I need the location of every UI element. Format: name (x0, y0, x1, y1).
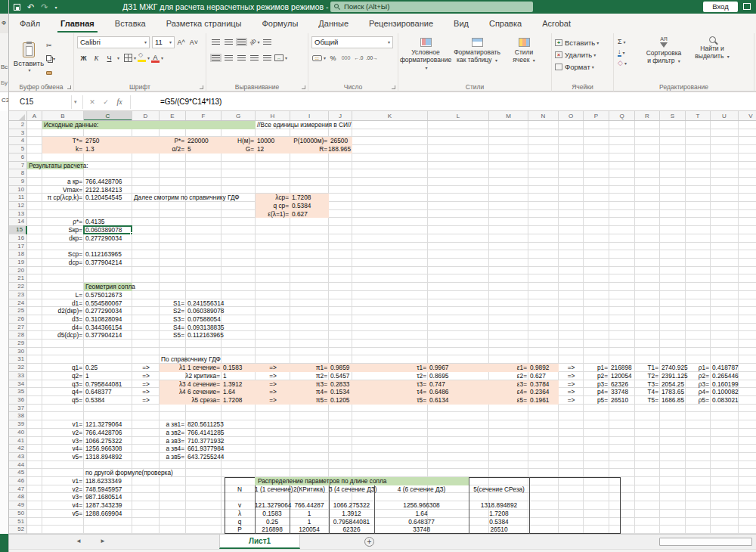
align-bottom-button[interactable] (236, 36, 247, 48)
column-header-V[interactable]: V (739, 111, 756, 121)
add-sheet-icon[interactable]: + (364, 537, 374, 547)
increase-decimal-button[interactable]: ←.0 (353, 52, 364, 64)
column-header-G[interactable]: G (222, 111, 256, 121)
cell-F40[interactable]: 766.4141285 (187, 429, 224, 437)
cell-B10[interactable]: Vmax= (9, 186, 82, 194)
cell-U36[interactable]: 0.083021 (712, 396, 739, 405)
cell-J5[interactable]: 188.965 (246, 145, 351, 154)
row-header-38[interactable]: 38 (9, 412, 27, 420)
cell-C47[interactable]: 748.5945957 (85, 485, 122, 494)
cell-C19[interactable]: 0.377904214 (85, 259, 122, 267)
selected-cell-outline[interactable] (83, 225, 132, 234)
parameter-table-value[interactable]: 216898 (255, 526, 290, 534)
parameter-table-header-4[interactable]: 4 (6 сечение ДЗ) (374, 485, 469, 494)
row-header-45[interactable]: 45 (9, 469, 27, 477)
percent-button[interactable]: % (327, 52, 339, 64)
cell-I4[interactable]: P(10000м)= (207, 137, 327, 145)
cell-I13[interactable]: 0.627 (292, 210, 308, 219)
cell-styles-button[interactable]: Стили ячеек ▾ (504, 38, 544, 82)
grow-font-button[interactable]: А^ (175, 36, 187, 48)
cell-B14[interactable]: ρ*= (9, 218, 82, 226)
column-header-C[interactable]: C (84, 111, 132, 121)
parameter-table-row-label-λ[interactable]: λ (225, 510, 255, 518)
cell-F28[interactable]: 0.112163965 (187, 331, 224, 340)
autosum-button[interactable]: Σ▾ (618, 36, 639, 47)
cell-B42[interactable]: v4= (9, 445, 82, 453)
column-header-L[interactable]: L (428, 111, 489, 121)
fill-button[interactable]: ↓▾ (618, 47, 639, 57)
paste-button[interactable]: Вставить▾ (12, 36, 45, 79)
row-header-17[interactable]: 17 (9, 243, 27, 251)
column-header-H[interactable]: H (256, 111, 290, 121)
cell-T34[interactable]: ρ3= (603, 380, 709, 389)
row-header-13[interactable]: 13 (9, 210, 27, 219)
row-header-8[interactable]: 8 (9, 169, 27, 178)
parameter-table-header-2[interactable]: 2(КРитика) (290, 485, 329, 494)
cell-K36[interactable]: τ5= (269, 396, 426, 405)
tab-page-layout[interactable]: Разметка страницы (166, 19, 242, 28)
cell-F26[interactable]: 0.07588054 (187, 315, 221, 324)
column-header-N[interactable]: N (528, 111, 559, 121)
parameter-table-header-1[interactable]: 1 (1 сечение) (255, 485, 290, 494)
cell-F34[interactable]: λ3 4 сечение= (103, 380, 220, 389)
row-header-3[interactable]: 3 (9, 129, 27, 138)
parameter-table-header-0[interactable]: N (225, 485, 255, 494)
font-dialog-launcher-icon[interactable] (200, 85, 203, 89)
cell-E26[interactable]: S3= (76, 315, 184, 324)
cell-B18[interactable]: Sср= (9, 250, 82, 259)
tab-insert[interactable]: Вставка (115, 19, 146, 28)
cell-I12[interactable]: 0.5384 (292, 202, 311, 210)
row-header-44[interactable]: 44 (9, 461, 27, 470)
row-header-31[interactable]: 31 (9, 355, 27, 364)
parameter-table-value[interactable]: 26510 (469, 526, 529, 534)
cell-C45[interactable]: по другой формуле(проверка) (85, 469, 173, 477)
column-header-M[interactable]: M (489, 111, 528, 121)
borders-button[interactable]: ▾ (124, 52, 136, 64)
cell-E28[interactable]: S5= (76, 331, 184, 340)
cell-E43[interactable]: а зв5= (76, 453, 184, 461)
cell-K34[interactable]: τ3= (269, 380, 426, 389)
decrease-indent-button[interactable] (249, 52, 260, 64)
font-color-button[interactable]: А▾ (151, 52, 163, 64)
tab-review[interactable]: Рецензирование (369, 19, 433, 28)
italic-button[interactable]: К (91, 52, 102, 64)
tab-data[interactable]: Данные (318, 19, 349, 28)
cell-E27[interactable]: S4= (76, 324, 184, 332)
cell-E40[interactable]: а зв2= (76, 429, 184, 437)
cell-C33[interactable]: 1 (85, 372, 89, 380)
cut-button[interactable]: ✂ (46, 40, 72, 51)
cell-E42[interactable]: а зв4= (76, 445, 184, 453)
comma-style-button[interactable]: 000 (340, 52, 352, 64)
cell-H2[interactable]: //Все единицы измерения в СИ// (257, 121, 352, 129)
merge-center-button[interactable]: ↔▾ (274, 52, 287, 64)
cell-C11[interactable]: 0.120454545 (85, 194, 122, 202)
sheet-tab-list1[interactable]: Лист1 (219, 535, 300, 549)
bold-button[interactable]: Ж (78, 52, 89, 64)
ribbon-display-options-icon[interactable] (743, 3, 751, 10)
cell-B47[interactable]: v2= (9, 485, 82, 494)
row-header-21[interactable]: 21 (9, 274, 27, 283)
cell-F32[interactable]: λ1 1 сечение= (103, 364, 220, 372)
alignment-dialog-launcher-icon[interactable] (302, 85, 305, 89)
cell-K35[interactable]: τ4= (269, 388, 426, 396)
cell-B46[interactable]: v1= (9, 477, 82, 485)
column-header-D[interactable]: D (132, 111, 160, 121)
column-header-B[interactable]: B (42, 111, 84, 121)
cell-C9[interactable]: 766.4428706 (85, 178, 122, 186)
qat-customize-icon[interactable]: ▾ (54, 5, 57, 10)
insert-function-icon[interactable]: fx (113, 95, 125, 109)
column-header-J[interactable]: J (329, 111, 352, 121)
parameter-table-value[interactable]: 1 (290, 510, 329, 518)
parameter-table-value[interactable]: 1.3912 (329, 510, 374, 518)
cell-C36[interactable]: 0.5384 (85, 396, 104, 405)
name-box-dropdown-icon[interactable]: ▾ (74, 99, 77, 105)
row-header-51[interactable]: 51 (9, 518, 27, 526)
conditional-formatting-button[interactable]: Условное форматирование ▾ (401, 38, 450, 82)
column-header-T[interactable]: T (686, 111, 711, 121)
cell-F27[interactable]: 0.093138835 (187, 324, 224, 332)
sheet-prev-icon[interactable]: ◄ (76, 538, 82, 544)
parameter-table-header-5[interactable]: 5(сечение СРеза) (469, 485, 529, 494)
parameter-table-value[interactable]: 0.1583 (255, 510, 290, 518)
cell-E41[interactable]: а зв3= (76, 437, 184, 445)
search-input[interactable]: Поиск (Alt+Ы) (330, 2, 533, 12)
